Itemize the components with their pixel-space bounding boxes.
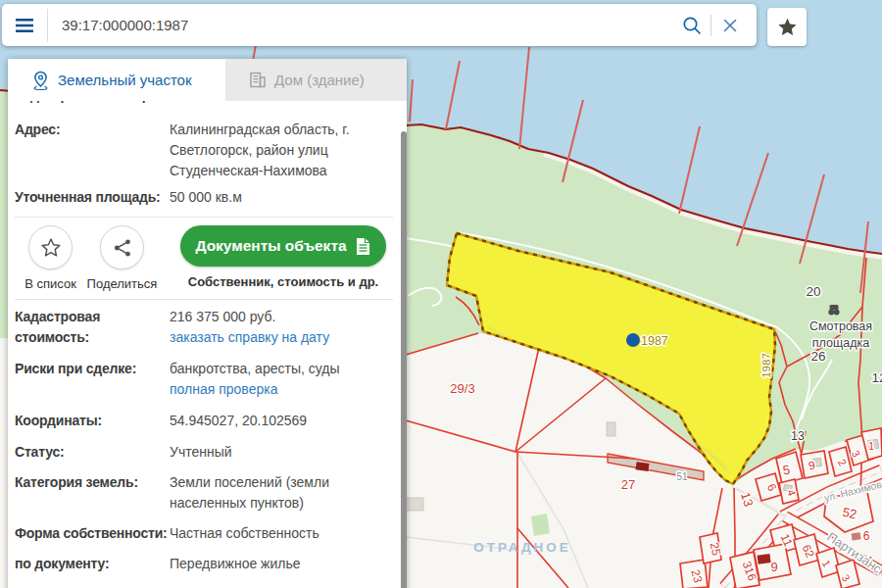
area-label: Уточненная площадь: xyxy=(15,187,170,208)
clear-search-button[interactable] xyxy=(713,9,747,42)
svg-text:13: 13 xyxy=(791,429,805,443)
clipped-row: Кадастровый номер: xyxy=(15,101,407,106)
add-to-list-button[interactable] xyxy=(28,225,73,270)
tab-land-parcel-label: Земельный участок xyxy=(58,72,192,88)
risks-value: банкротства, аресты, суды xyxy=(170,359,393,379)
panel-tabs: Земельный участок Дом (здание) xyxy=(8,59,407,101)
cost-label: Кадастровая стоимость: xyxy=(15,307,170,348)
svg-text:27: 27 xyxy=(621,477,635,492)
svg-text:1987: 1987 xyxy=(641,334,668,348)
actions-row: В список Поделиться Документы объекта xyxy=(15,225,407,291)
svg-text:1987: 1987 xyxy=(760,353,772,378)
share-icon xyxy=(113,238,132,258)
divider-bottom xyxy=(15,299,393,300)
category-row: Категория земель: Земли поселений (земли… xyxy=(15,472,407,514)
risks-row: Риски при сделке: банкротства, аресты, с… xyxy=(15,359,407,400)
building-icon xyxy=(249,72,267,88)
document-label: по документу: xyxy=(15,554,170,574)
cost-report-link[interactable]: заказать справку на дату xyxy=(170,327,393,348)
risks-label: Риски при сделке: xyxy=(15,359,170,400)
document-icon xyxy=(355,237,371,256)
svg-text:12: 12 xyxy=(871,370,882,385)
svg-text:51: 51 xyxy=(676,471,688,482)
category-label: Категория земель: xyxy=(15,472,170,514)
parcel-info-panel: Земельный участок Дом (здание) Кадастров… xyxy=(8,59,407,588)
svg-text:1: 1 xyxy=(868,440,874,452)
svg-text:ОТРАДНОЕ: ОТРАДНОЕ xyxy=(473,540,571,555)
address-label: Адрес: xyxy=(15,120,170,181)
ownership-label: Форма собственности: xyxy=(15,523,170,544)
svg-text:20: 20 xyxy=(806,284,820,299)
panel-scrollbar[interactable] xyxy=(401,131,407,588)
address-row: Адрес: Калининградская область, г. Светл… xyxy=(15,120,407,181)
search-input[interactable] xyxy=(48,17,675,33)
object-documents-label: Документы объекта xyxy=(195,237,346,255)
object-documents-button[interactable]: Документы объекта xyxy=(180,225,386,267)
search-button[interactable] xyxy=(675,9,709,42)
searchbar-separator xyxy=(710,15,711,36)
favorites-button[interactable] xyxy=(767,8,807,46)
cost-value: 216 375 000 руб. xyxy=(170,307,393,327)
document-row: по документу: Передвижное жилье xyxy=(15,554,407,574)
menu-button[interactable] xyxy=(2,4,47,46)
coordinates-value: 54.945027, 20.102569 xyxy=(170,411,393,431)
share-label: Поделиться xyxy=(87,276,158,291)
hamburger-icon xyxy=(15,18,34,33)
close-icon xyxy=(721,17,739,34)
search-icon xyxy=(681,15,703,36)
ownership-value: Частная собственность xyxy=(170,523,393,544)
svg-text:9: 9 xyxy=(770,560,777,574)
share-button[interactable] xyxy=(100,225,144,270)
map-small-green-parcel xyxy=(531,514,550,536)
parcel-marker-dot[interactable] xyxy=(626,333,640,347)
svg-text:6: 6 xyxy=(863,529,870,543)
coordinates-label: Координаты: xyxy=(15,411,170,431)
svg-text:52: 52 xyxy=(841,505,858,522)
tab-building-label: Дом (здание) xyxy=(274,72,365,88)
status-label: Статус: xyxy=(15,442,170,463)
star-icon xyxy=(777,18,798,37)
clipped-row-label: Кадастровый номер: xyxy=(15,101,170,106)
star-outline-icon xyxy=(40,237,62,258)
location-pin-icon xyxy=(31,71,50,90)
search-bar xyxy=(2,4,757,46)
cost-row: Кадастровая стоимость: 216 375 000 руб. … xyxy=(15,307,407,348)
area-row: Уточненная площадь: 50 000 кв.м xyxy=(15,187,407,208)
svg-text:Смотровая: Смотровая xyxy=(809,319,872,333)
add-to-list-label: В список xyxy=(24,276,76,291)
object-documents-subtext: Собственник, стоимость и др. xyxy=(188,274,378,289)
panel-body: Кадастровый номер: Адрес: Калининградска… xyxy=(8,101,407,588)
document-value: Передвижное жилье xyxy=(170,554,393,574)
category-value: Земли поселений (земли населенных пункто… xyxy=(170,472,393,514)
status-row: Статус: Учтенный xyxy=(15,442,407,463)
svg-text:29/3: 29/3 xyxy=(450,381,474,396)
ownership-row: Форма собственности: Частная собственнос… xyxy=(15,523,407,544)
svg-text:26: 26 xyxy=(810,349,825,364)
tab-land-parcel[interactable]: Земельный участок xyxy=(8,59,225,101)
area-value: 50 000 кв.м xyxy=(170,187,393,208)
svg-text:площадка: площадка xyxy=(812,336,869,350)
divider-top xyxy=(15,217,393,218)
status-value: Учтенный xyxy=(170,442,393,463)
coordinates-row: Координаты: 54.945027, 20.102569 xyxy=(15,411,407,431)
risks-check-link[interactable]: полная проверка xyxy=(170,379,393,400)
address-value: Калининградская область, г. Светлогорск,… xyxy=(170,120,393,181)
tab-building[interactable]: Дом (здание) xyxy=(225,59,407,101)
